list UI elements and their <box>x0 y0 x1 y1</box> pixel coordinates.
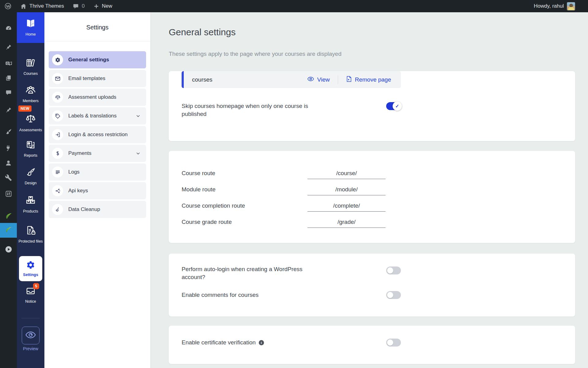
sidebar-item-home[interactable]: Home <box>17 12 44 43</box>
page-title: General settings <box>169 26 575 38</box>
sidebar-item-preview[interactable]: Preview <box>17 327 44 351</box>
dashboard-icon[interactable] <box>0 25 17 32</box>
account-options-card: Perform auto-login when creating a WordP… <box>169 254 575 316</box>
completion-route-input[interactable] <box>307 200 386 212</box>
comment-bubble-icon <box>73 3 79 10</box>
menu-item-payments[interactable]: Payments <box>49 145 146 162</box>
module-route-label: Module route <box>182 186 216 193</box>
notice-count-badge: 5 <box>33 283 39 289</box>
site-menu[interactable]: Thrive Themes <box>16 0 68 12</box>
menu-item-login-access[interactable]: Login & access restriction <box>49 126 146 143</box>
thrive-leaf-icon[interactable] <box>0 212 17 220</box>
sidebar-item-label: Home <box>25 32 36 37</box>
video-play-icon[interactable] <box>0 245 17 253</box>
plugins-plug-icon[interactable] <box>0 144 17 151</box>
books-icon <box>25 58 36 69</box>
account-menu[interactable]: Howdy, rahul <box>530 0 564 12</box>
module-route-input[interactable] <box>307 184 386 195</box>
wordpress-logo-icon <box>4 2 12 10</box>
sidebar-item-label: Assessments <box>19 128 42 132</box>
posts-pin-icon[interactable] <box>0 44 17 51</box>
certificate-label: Enable certificate verification <box>182 339 256 347</box>
grade-route-label: Course grade route <box>182 219 232 225</box>
course-page-card: courses View <box>169 71 575 141</box>
settings-sliders-icon[interactable] <box>0 190 17 197</box>
sidebar-item-label: Protected files <box>18 239 43 244</box>
view-link[interactable]: View <box>307 76 330 83</box>
thrive-apprentice-sidebar: Home Courses Members NEW Assessments <box>17 12 44 368</box>
tools-wrench-icon[interactable] <box>0 174 17 181</box>
auto-login-toggle[interactable] <box>386 266 401 274</box>
sidebar-item-courses[interactable]: Courses <box>17 58 44 76</box>
eye-icon <box>25 330 36 341</box>
toggle-knob <box>387 267 393 274</box>
sidebar-item-notice[interactable]: 5 Notice <box>17 286 44 304</box>
comments-menu[interactable]: 0 <box>68 0 89 12</box>
comments-count: 0 <box>82 3 85 9</box>
course-route-label: Course route <box>182 170 215 177</box>
menu-item-label: Api keys <box>68 188 88 194</box>
new-badge: NEW <box>18 105 32 112</box>
appearance-brush-icon[interactable] <box>0 128 17 136</box>
broom-icon <box>52 204 63 215</box>
course-page-field: courses View <box>182 71 401 88</box>
toggle-knob-check: ✓ <box>393 102 402 111</box>
sidebar-divider <box>21 318 40 318</box>
certificate-row: Enable certificate verification i <box>182 339 401 347</box>
enable-comments-label: Enable comments for courses <box>182 291 258 299</box>
links-divider <box>338 75 338 84</box>
sidebar-item-settings[interactable]: Settings <box>19 256 42 281</box>
remove-page-link[interactable]: Remove page <box>346 76 391 84</box>
menu-item-api-keys[interactable]: Api keys <box>49 182 146 199</box>
pinned-plugin-icon[interactable] <box>0 107 17 114</box>
sidebar-item-design[interactable]: Design <box>17 167 44 186</box>
panel-title: Settings <box>44 12 150 31</box>
sidebar-item-assessments[interactable]: NEW Assessments <box>17 113 44 132</box>
completion-route-row: Course completion route <box>182 197 401 214</box>
info-icon[interactable]: i <box>259 340 264 345</box>
menu-item-label: Assessment uploads <box>68 94 116 100</box>
menu-item-labels-translations[interactable]: Labels & translations <box>49 107 146 125</box>
thrive-apprentice-active-item[interactable] <box>0 223 17 238</box>
file-remove-icon <box>346 76 352 84</box>
sidebar-item-reports[interactable]: Reports <box>17 140 44 158</box>
sidebar-item-products[interactable]: Products <box>17 195 44 214</box>
sidebar-item-label: Settings <box>23 273 38 277</box>
pages-icon[interactable] <box>0 75 17 81</box>
wordpress-logo[interactable] <box>0 0 16 12</box>
menu-item-assessment-uploads[interactable]: Assessment uploads <box>49 89 146 106</box>
comments-icon[interactable] <box>0 89 17 96</box>
settings-nav-panel: Settings General settings Email template… <box>44 12 150 368</box>
certificate-toggle[interactable] <box>386 339 401 347</box>
menu-item-data-cleanup[interactable]: Data Cleanup <box>49 201 146 218</box>
site-name: Thrive Themes <box>29 3 64 9</box>
chevron-down-icon <box>136 113 141 118</box>
course-route-row: Course route <box>182 165 401 181</box>
users-icon[interactable] <box>0 159 17 167</box>
enable-comments-toggle[interactable] <box>386 291 401 299</box>
menu-item-email-templates[interactable]: Email templates <box>49 70 146 87</box>
media-icon[interactable] <box>0 60 17 67</box>
list-lines-icon <box>52 167 63 178</box>
user-avatar[interactable] <box>567 2 575 10</box>
grade-route-input[interactable] <box>307 216 386 228</box>
skip-homepage-toggle[interactable]: ✓ <box>386 102 401 110</box>
menu-item-label: Data Cleanup <box>68 206 100 213</box>
new-label: New <box>102 3 112 9</box>
sidebar-item-protected-files[interactable]: Protected files <box>17 225 44 244</box>
auto-login-row: Perform auto-login when creating a WordP… <box>182 265 401 281</box>
menu-item-label: Payments <box>68 150 92 156</box>
sidebar-item-members[interactable]: Members <box>17 85 44 103</box>
enable-comments-row: Enable comments for courses <box>182 291 401 299</box>
preview-button <box>22 327 40 344</box>
menu-item-general-settings[interactable]: General settings <box>49 51 146 68</box>
course-route-input[interactable] <box>307 167 386 179</box>
share-network-icon <box>52 185 63 196</box>
menu-item-logs[interactable]: Logs <box>49 163 146 181</box>
view-label: View <box>317 76 330 83</box>
login-arrow-icon <box>52 129 63 140</box>
dollar-icon <box>52 148 63 159</box>
sidebar-item-label: Preview <box>23 347 38 351</box>
chevron-down-icon <box>136 151 141 156</box>
new-content-menu[interactable]: New <box>89 0 117 12</box>
